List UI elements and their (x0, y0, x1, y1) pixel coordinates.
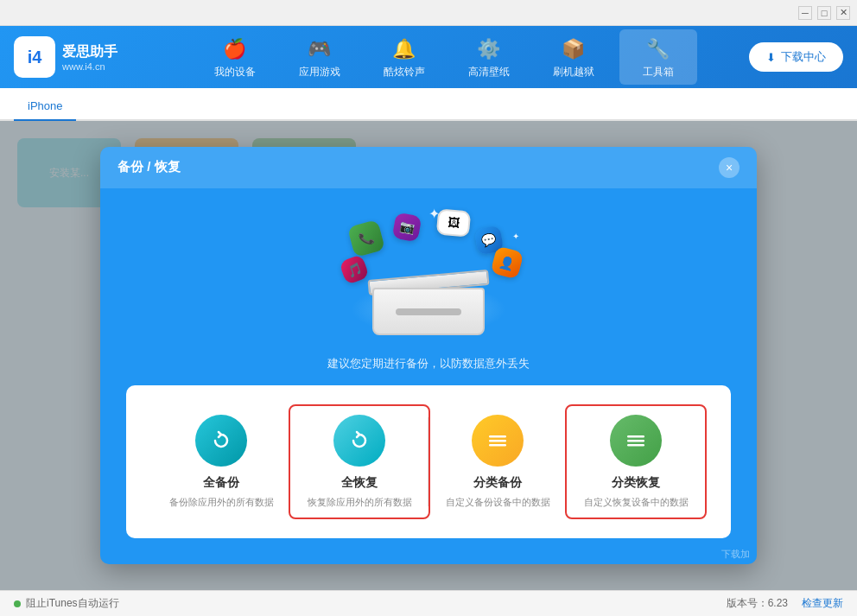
logo-icon: i4 (14, 36, 55, 78)
option-category-restore[interactable]: 分类恢复 自定义恢复设备中的数据 (565, 404, 707, 519)
modal-close-button[interactable]: × (719, 157, 740, 178)
sparkle1: ✦ (428, 206, 440, 222)
wallpaper-label: 高清壁纸 (468, 65, 510, 79)
ringtones-label: 酷炫铃声 (384, 65, 425, 79)
title-bar: ─ □ ✕ (0, 0, 857, 26)
itunes-status-text: 阻止iTunes自动运行 (26, 596, 119, 611)
modal-title: 备份 / 恢复 (117, 159, 181, 175)
category-restore-desc: 自定义恢复设备中的数据 (584, 496, 689, 509)
toolbox-icon: 🔧 (643, 35, 674, 63)
option-full-restore[interactable]: 全恢复 恢复除应用外的所有数据 (289, 404, 430, 519)
box-body (372, 288, 485, 335)
float-camera-icon: 📷 (392, 212, 422, 242)
minimize-button[interactable]: ─ (798, 6, 812, 20)
modal-overlay: 备份 / 恢复 × 📞 📷 🖼 💬 👤 🎵 ✦ (0, 121, 857, 590)
tab-bar: iPhone (0, 88, 857, 121)
float-phone-icon: 📞 (347, 219, 385, 257)
app-header: i4 爱思助手 www.i4.cn 🍎 我的设备 🎮 应用游戏 🔔 酷炫铃声 ⚙… (0, 26, 857, 88)
main-content: 安装某... 视... 国... 备份 / 恢复 × 📞 📷 � (0, 121, 857, 590)
apps-games-icon: 🎮 (304, 35, 335, 63)
full-backup-icon (195, 415, 247, 467)
svg-rect-1 (489, 440, 506, 442)
full-backup-name: 全备份 (203, 475, 239, 491)
nav-item-my-device[interactable]: 🍎 我的设备 (196, 29, 274, 85)
sparkle2: ✦ (512, 232, 519, 241)
float-photo-icon: 🖼 (436, 208, 471, 237)
jailbreak-label: 刷机越狱 (553, 65, 594, 79)
download-center-button[interactable]: ⬇ 下载中心 (749, 42, 843, 72)
status-dot (14, 600, 21, 607)
svg-rect-5 (627, 444, 644, 447)
logo-text: 爱思助手 www.i4.cn (62, 43, 117, 72)
svg-rect-4 (627, 440, 644, 442)
close-button[interactable]: ✕ (836, 6, 850, 20)
apps-games-label: 应用游戏 (299, 65, 340, 79)
full-restore-icon (333, 415, 385, 467)
bottom-right: 版本号：6.23 检查更新 (727, 596, 843, 611)
bottom-bar: 阻止iTunes自动运行 版本号：6.23 检查更新 (0, 590, 857, 616)
category-backup-icon (472, 415, 524, 467)
option-full-backup[interactable]: 全备份 备份除应用外的所有数据 (152, 406, 290, 518)
ringtones-icon: 🔔 (389, 35, 420, 63)
svg-rect-3 (627, 435, 644, 438)
download-btn-label: 下载中心 (781, 49, 826, 65)
nav-item-jailbreak[interactable]: 📦 刷机越狱 (535, 29, 613, 85)
full-restore-desc: 恢复除应用外的所有数据 (308, 496, 412, 509)
options-grid: 全备份 备份除应用外的所有数据 全恢复 恢复除应用外的所有数据 分类备份 自定义… (126, 385, 731, 538)
category-restore-name: 分类恢复 (612, 475, 660, 491)
category-restore-icon (610, 415, 662, 467)
float-music-icon: 🎵 (339, 254, 370, 285)
full-backup-desc: 备份除应用外的所有数据 (169, 496, 274, 509)
tab-iphone[interactable]: iPhone (14, 92, 76, 121)
wallpaper-icon: ⚙️ (473, 35, 505, 63)
jailbreak-icon: 📦 (558, 35, 589, 63)
logo-subtitle: www.i4.cn (62, 61, 117, 72)
window-controls: ─ □ ✕ (798, 6, 850, 20)
update-button[interactable]: 检查更新 (802, 596, 843, 611)
illustration: 📞 📷 🖼 💬 👤 🎵 ✦ ✦ 建议您定期进 (126, 206, 731, 372)
nav-item-apps-games[interactable]: 🎮 应用游戏 (281, 29, 359, 85)
nav-item-toolbox[interactable]: 🔧 工具箱 (619, 29, 697, 85)
maximize-button[interactable]: □ (817, 6, 831, 20)
modal-header: 备份 / 恢复 × (100, 147, 757, 188)
category-backup-name: 分类备份 (473, 475, 522, 491)
nav-item-ringtones[interactable]: 🔔 酷炫铃声 (365, 29, 443, 85)
illustration-text: 建议您定期进行备份，以防数据意外丢失 (327, 356, 530, 372)
svg-rect-2 (489, 444, 506, 447)
watermark: 下载加 (721, 548, 750, 561)
option-category-backup[interactable]: 分类备份 自定义备份设备中的数据 (428, 406, 567, 518)
backup-restore-modal: 备份 / 恢复 × 📞 📷 🖼 💬 👤 🎵 ✦ (100, 147, 757, 564)
version-label: 版本号：6.23 (727, 596, 788, 611)
my-device-icon: 🍎 (219, 35, 251, 63)
illustration-graphic: 📞 📷 🖼 💬 👤 🎵 ✦ ✦ (333, 206, 524, 352)
nav-item-wallpaper[interactable]: ⚙️ 高清壁纸 (450, 29, 528, 85)
category-backup-desc: 自定义备份设备中的数据 (446, 496, 550, 509)
modal-body: 📞 📷 🖼 💬 👤 🎵 ✦ ✦ 建议您定期进 (100, 188, 757, 564)
download-icon: ⬇ (766, 51, 776, 64)
nav-items: 🍎 我的设备 🎮 应用游戏 🔔 酷炫铃声 ⚙️ 高清壁纸 📦 刷机越狱 🔧 工具… (143, 29, 749, 85)
logo-section: i4 爱思助手 www.i4.cn (14, 36, 143, 78)
full-restore-name: 全恢复 (341, 475, 378, 491)
toolbox-label: 工具箱 (643, 65, 674, 79)
bottom-left: 阻止iTunes自动运行 (14, 596, 119, 611)
my-device-label: 我的设备 (214, 65, 256, 79)
svg-rect-0 (489, 435, 506, 438)
logo-title: 爱思助手 (62, 43, 117, 61)
